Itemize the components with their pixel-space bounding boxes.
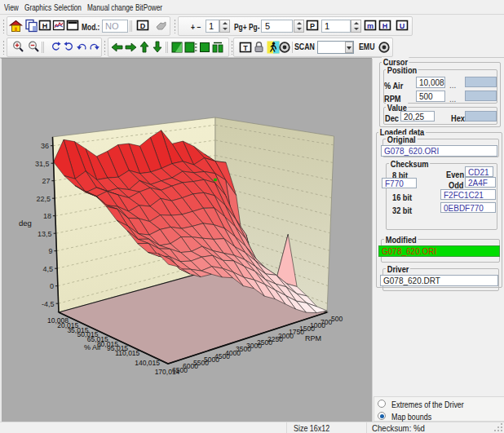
svg-text:110,015: 110,015 [115, 349, 139, 357]
svg-text:T: T [243, 44, 248, 52]
svg-text:18: 18 [43, 212, 51, 220]
svg-text:27: 27 [42, 177, 50, 185]
svg-text:H: H [382, 22, 388, 30]
svg-text:% Air: % Air [84, 343, 101, 351]
svg-text:m: m [367, 22, 374, 30]
svg-text:22,5: 22,5 [37, 195, 51, 203]
svg-text:H: H [42, 22, 48, 30]
svg-text:U: U [400, 22, 405, 30]
svg-text:D: D [140, 22, 146, 30]
svg-text:9: 9 [48, 247, 52, 255]
svg-text:140,015: 140,015 [135, 359, 160, 367]
svg-text:6500: 6500 [172, 366, 188, 374]
svg-text:4,5: 4,5 [43, 265, 54, 273]
svg-text:0: 0 [50, 282, 54, 290]
svg-text:500: 500 [331, 315, 343, 323]
svg-text:31,5: 31,5 [35, 160, 50, 168]
svg-text:13,5: 13,5 [38, 230, 52, 238]
svg-text:-4,5: -4,5 [42, 300, 55, 308]
svg-text:P: P [310, 22, 315, 30]
svg-text:RPM: RPM [305, 334, 321, 342]
svg-text:36: 36 [41, 142, 49, 150]
svg-text:deg: deg [19, 219, 32, 228]
